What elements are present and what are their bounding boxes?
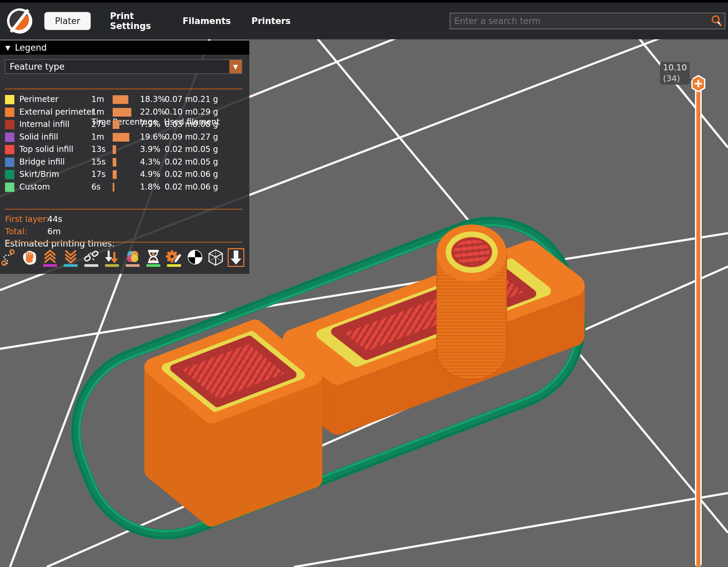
shells-icon[interactable] bbox=[208, 249, 224, 267]
total-label: Total: bbox=[5, 227, 27, 236]
feature-time: 1m bbox=[91, 107, 104, 117]
feature-color-swatch bbox=[5, 170, 14, 179]
feature-filament-g: 0.06 g bbox=[193, 170, 218, 179]
travels-icon[interactable] bbox=[1, 249, 17, 267]
window-top-strip bbox=[0, 0, 728, 3]
feature-filament-g: 0.27 g bbox=[193, 132, 218, 142]
feature-label: Solid infill bbox=[19, 132, 58, 142]
feature-percentage: 3.9% bbox=[140, 145, 160, 154]
feature-filament-m: 0.02 m bbox=[165, 170, 193, 179]
feature-row[interactable]: Bridge infill15s4.3%0.02 m0.05 g bbox=[0, 156, 249, 169]
feature-filament-m: 0.02 m bbox=[165, 157, 193, 167]
tool-marker-icon[interactable] bbox=[228, 248, 244, 267]
feature-percentage-bar bbox=[113, 95, 128, 104]
feature-time: 27s bbox=[91, 120, 106, 129]
feature-percentage-bar bbox=[113, 170, 117, 179]
feature-time: 1m bbox=[91, 95, 104, 104]
feature-percentage: 4.3% bbox=[140, 157, 160, 167]
view-type-value: Feature type bbox=[5, 62, 229, 72]
tab-filaments[interactable]: Filaments bbox=[187, 3, 226, 39]
collapse-triangle-icon: ▼ bbox=[5, 44, 10, 51]
feature-filament-g: 0.29 g bbox=[193, 107, 218, 117]
view-type-dropdown[interactable]: Feature type ▼ bbox=[5, 59, 242, 74]
total-value: 6m bbox=[47, 227, 61, 236]
search-icon[interactable] bbox=[710, 14, 723, 28]
feature-percentage-bar bbox=[113, 120, 119, 129]
feature-percentage-bar bbox=[113, 145, 116, 154]
feature-percentage: 19.6% bbox=[140, 132, 165, 142]
feature-percentage-bar bbox=[113, 158, 116, 167]
app-logo-icon bbox=[7, 8, 32, 34]
feature-filament-m: 0.10 m bbox=[165, 107, 193, 117]
feature-filament-m: 0.07 m bbox=[165, 95, 193, 104]
custom-gcodes-icon[interactable] bbox=[166, 249, 182, 267]
slicer-app: { "nav": { "tabs": [ {"label": "Plater",… bbox=[0, 0, 728, 567]
feature-color-swatch bbox=[5, 145, 14, 154]
center-of-gravity-icon[interactable] bbox=[187, 249, 203, 267]
estimated-times-title: Estimated printing times: bbox=[5, 239, 115, 249]
feature-row[interactable]: Perimeter1m18.3%0.07 m0.21 g bbox=[0, 93, 249, 106]
feature-row[interactable]: Custom6s1.8%0.02 m0.06 g bbox=[0, 181, 249, 194]
estimated-divider bbox=[5, 209, 242, 210]
first-layer-label: First layer: bbox=[5, 214, 49, 224]
feature-time: 13s bbox=[91, 145, 106, 154]
deretractions-icon[interactable] bbox=[63, 249, 79, 267]
total-row: Total: 6m bbox=[5, 227, 27, 236]
feature-percentage-bar bbox=[113, 133, 129, 142]
feature-filament-m: 0.02 m bbox=[165, 182, 193, 192]
feature-label: Internal infill bbox=[19, 120, 69, 129]
feature-percentage: 1.8% bbox=[140, 182, 160, 192]
main-navbar: Plater Print Settings Filaments Printers bbox=[0, 3, 728, 39]
feature-color-swatch bbox=[5, 120, 14, 129]
legend-divider bbox=[5, 89, 242, 89]
feature-label: Custom bbox=[19, 182, 50, 192]
tab-plater[interactable]: Plater bbox=[44, 12, 91, 30]
search-box bbox=[450, 13, 725, 29]
feature-label: Perimeter bbox=[19, 95, 58, 104]
pause-prints-icon[interactable] bbox=[145, 249, 161, 267]
feature-label: Bridge infill bbox=[19, 157, 65, 167]
search-input[interactable] bbox=[450, 16, 710, 26]
color-changes-icon[interactable] bbox=[125, 249, 141, 267]
dropdown-arrow-icon[interactable]: ▼ bbox=[229, 60, 242, 73]
feature-filament-g: 0.05 g bbox=[193, 157, 218, 167]
feature-row[interactable]: External perimeter1m22.0%0.10 m0.29 g bbox=[0, 106, 249, 119]
feature-row[interactable]: Top solid infill13s3.9%0.02 m0.05 g bbox=[0, 143, 249, 156]
feature-percentage: 4.9% bbox=[140, 170, 160, 179]
feature-filament-m: 0.02 m bbox=[165, 145, 193, 154]
feature-color-swatch bbox=[5, 133, 14, 142]
feature-percentage: 18.3% bbox=[140, 95, 165, 104]
feature-filament-g: 0.06 g bbox=[193, 182, 218, 192]
feature-color-swatch bbox=[5, 183, 14, 192]
feature-filament-g: 0.08 g bbox=[193, 120, 218, 129]
toolbar-divider bbox=[5, 242, 242, 243]
tooltip-pointer bbox=[688, 79, 693, 84]
feature-percentage-bar bbox=[113, 183, 114, 192]
legend-header[interactable]: ▼ Legend bbox=[0, 41, 249, 55]
feature-row[interactable]: Skirt/Brim17s4.9%0.02 m0.06 g bbox=[0, 168, 249, 181]
feature-percentage-bar bbox=[113, 108, 131, 117]
tab-printers[interactable]: Printers bbox=[254, 3, 288, 39]
legend-title: Legend bbox=[15, 43, 47, 53]
seams-icon[interactable] bbox=[83, 249, 99, 267]
feature-filament-g: 0.21 g bbox=[193, 95, 218, 104]
feature-time: 1m bbox=[91, 132, 104, 142]
feature-filament-m: 0.03 m bbox=[165, 120, 193, 129]
tool-changes-icon[interactable] bbox=[104, 249, 120, 267]
layer-height-value: 10.10 bbox=[663, 62, 690, 73]
feature-row[interactable]: Solid infill1m19.6%0.09 m0.27 g bbox=[0, 131, 249, 144]
feature-label: Skirt/Brim bbox=[19, 170, 59, 179]
tab-print-settings[interactable]: Print Settings bbox=[110, 3, 159, 39]
layer-slider-track-fill bbox=[696, 82, 700, 567]
feature-time: 17s bbox=[91, 170, 106, 179]
layer-number-value: (34) bbox=[663, 73, 690, 84]
feature-percentage: 7.9% bbox=[140, 120, 160, 129]
legend-panel: ▼ Legend Feature type ▼ Time Percentage … bbox=[0, 41, 249, 274]
feature-row[interactable]: Internal infill27s7.9%0.03 m0.08 g bbox=[0, 118, 249, 131]
layer-tooltip: 10.10 (34) bbox=[660, 62, 690, 85]
first-layer-row: First layer: 44s bbox=[5, 214, 49, 224]
feature-color-swatch bbox=[5, 158, 14, 167]
feature-color-swatch bbox=[5, 108, 14, 117]
retractions-icon[interactable] bbox=[42, 249, 58, 267]
wipe-icon[interactable] bbox=[21, 249, 37, 267]
